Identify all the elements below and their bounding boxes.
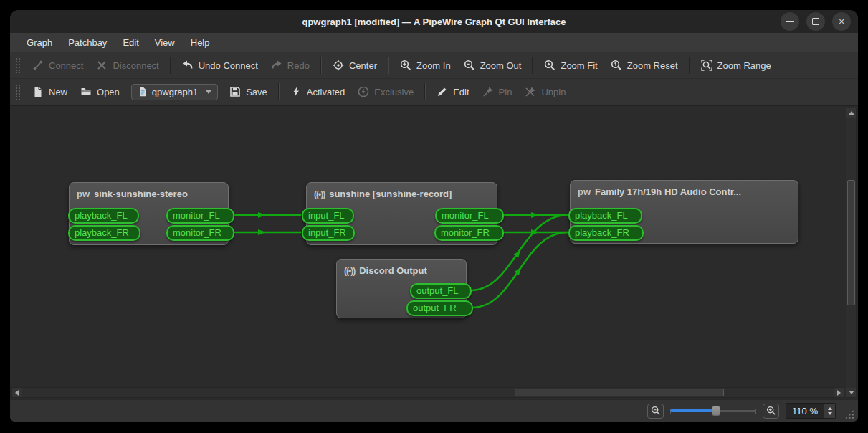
pin-button[interactable]: Pin [476,82,519,101]
arrow-down-icon [849,391,854,394]
zoom-percent-value: 110 % [786,404,824,418]
zoom-slider-handle[interactable] [712,406,720,416]
graph-toolbar: Connect Disconnect Undo Connect Redo Cen… [10,52,858,79]
scroll-down-button[interactable] [846,388,856,397]
graph-canvas[interactable]: pw sink-sunshine-stereo playback_FL play… [10,105,858,399]
vertical-scrollbar[interactable] [846,108,857,398]
menu-patchbay[interactable]: Patchbay [60,35,115,50]
zoom-in-icon [766,406,776,416]
port-monitor-fl[interactable]: monitor_FL [166,208,234,224]
menu-graph[interactable]: Graph [19,35,60,50]
center-button[interactable]: Center [326,56,383,75]
arrow-left-icon [15,390,19,396]
arrow-right-icon [837,390,841,396]
zoom-percent-spinbox[interactable]: 110 % [786,403,836,419]
window-controls: × [781,12,851,31]
pipewire-icon: pw [578,186,591,197]
arrow-up-icon [849,111,854,115]
scroll-right-button[interactable] [834,388,844,397]
edit-patchbay-button[interactable]: Edit [430,82,475,101]
toolbar-separator [689,57,690,74]
port-playback-fl[interactable]: playback_FL [68,208,139,224]
open-patchbay-button[interactable]: Open [74,82,126,101]
port-monitor-fl[interactable]: monitor_FL [435,208,504,224]
port-monitor-fr[interactable]: monitor_FR [166,225,234,241]
port-playback-fl[interactable]: playback_FL [568,208,642,224]
spin-down-icon [828,412,832,415]
port-playback-fr[interactable]: playback_FR [568,225,644,241]
zoom-fit-icon [544,60,555,71]
patchbay-toolbar: New Open qpwgraph1 Save Activated Exclus… [10,79,858,105]
unpin-button[interactable]: Unpin [518,82,572,101]
toolbar-drag-handle[interactable] [15,84,21,100]
new-patchbay-button[interactable]: New [26,82,74,101]
disconnect-icon [96,60,108,71]
node-sunshine[interactable]: ((•)) sunshine [sunshine-record] input_F… [306,182,497,245]
zoom-out-button[interactable]: Zoom Out [457,56,528,75]
node-title: sink-sunshine-stereo [94,189,188,199]
open-folder-icon [80,86,92,97]
spin-up-icon [828,407,832,410]
port-monitor-fr[interactable]: monitor_FR [434,225,504,241]
title-bar: qpwgraph1 [modified] — A PipeWire Graph … [10,10,858,33]
save-icon [229,86,241,97]
port-input-fl[interactable]: input_FL [302,208,354,224]
connect-icon [32,60,44,71]
maximize-icon [812,18,819,25]
zoom-reset-button[interactable]: Zoom Reset [604,56,685,75]
horizontal-scrollbar[interactable] [11,387,844,398]
pencil-icon [437,86,448,97]
node-family-hd-audio[interactable]: pw Family 17h/19h HD Audio Contr... play… [570,180,798,244]
chevron-down-icon [206,90,211,94]
close-button[interactable]: × [832,12,851,31]
port-input-fr[interactable]: input_FR [302,225,355,241]
zoom-in-icon [400,60,411,71]
new-file-icon [32,86,44,97]
toolbar-drag-handle[interactable] [15,57,21,73]
undo-connect-button[interactable]: Undo Connect [176,56,264,75]
close-icon: × [839,16,844,27]
zoom-out-icon [651,406,661,416]
exclusive-toggle[interactable]: Exclusive [351,82,420,101]
port-output-fr[interactable]: output_FR [406,300,473,316]
connect-button[interactable]: Connect [26,56,90,75]
toolbar-separator [424,83,426,100]
node-title: Family 17h/19h HD Audio Contr... [595,186,741,197]
toolbar-separator [320,57,322,74]
pipewire-icon: pw [77,189,90,199]
zoom-slider[interactable] [670,404,756,418]
disconnect-button[interactable]: Disconnect [90,56,165,75]
maximize-button[interactable] [806,12,825,31]
zoom-range-icon [701,60,712,71]
patchbay-file-icon [138,87,148,97]
scroll-left-button[interactable] [12,388,22,397]
zoom-in-button[interactable]: Zoom In [394,56,457,75]
port-playback-fr[interactable]: playback_FR [68,225,140,241]
vertical-scroll-thumb[interactable] [847,180,855,305]
menu-view[interactable]: View [147,35,183,50]
zoom-range-button[interactable]: Zoom Range [695,56,778,75]
toolbar-separator [388,57,389,74]
zoom-out-status-button[interactable] [647,404,664,419]
node-discord-output[interactable]: ((•)) Discord Output output_FL output_FR [336,259,467,318]
menu-help[interactable]: Help [183,35,218,50]
zoom-fit-button[interactable]: Zoom Fit [538,56,604,75]
save-patchbay-button[interactable]: Save [223,82,274,101]
minimize-button[interactable] [781,12,799,31]
menu-edit[interactable]: Edit [115,35,146,50]
redo-button[interactable]: Redo [264,56,316,75]
spinner-buttons[interactable] [824,404,835,418]
node-sink-sunshine-stereo[interactable]: pw sink-sunshine-stereo playback_FL play… [69,182,229,245]
undo-icon [182,60,194,71]
node-header: ((•)) sunshine [sunshine-record] [307,183,497,199]
zoom-in-status-button[interactable] [763,404,779,419]
scroll-up-button[interactable] [846,108,856,118]
activated-toggle[interactable]: Activated [284,82,351,101]
horizontal-scroll-thumb[interactable] [515,389,724,396]
port-output-fl[interactable]: output_FL [410,283,472,299]
node-header: pw sink-sunshine-stereo [70,183,228,199]
patchbay-selector[interactable]: qpwgraph1 [131,84,218,100]
app-window: qpwgraph1 [modified] — A PipeWire Graph … [10,10,858,422]
toolbar-separator [532,57,533,74]
resize-grip[interactable] [844,409,854,419]
